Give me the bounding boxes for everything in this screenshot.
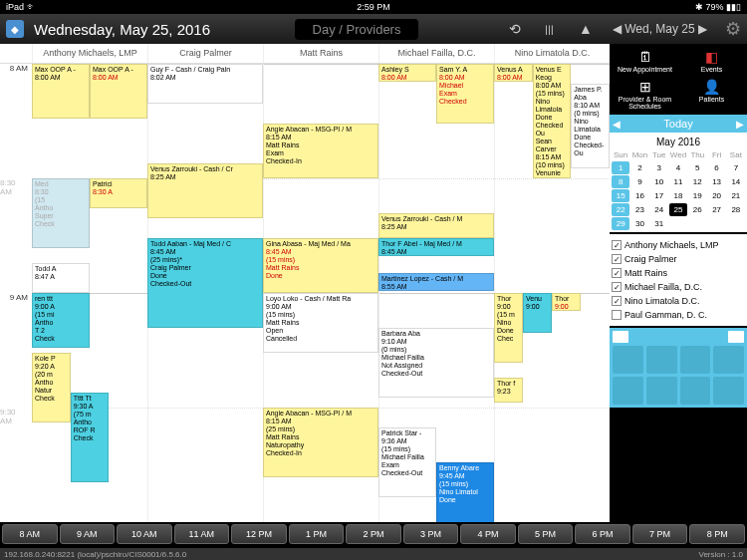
alert-icon[interactable]: ▲ — [579, 21, 593, 37]
appointment-block[interactable]: Med8:30(15AnthoSuperCheck — [32, 178, 90, 248]
settings-icon[interactable]: ⚙ — [725, 18, 741, 40]
room-cell[interactable] — [646, 346, 677, 374]
calendar-day[interactable]: 29 — [612, 217, 629, 230]
appointment-block[interactable]: Venus A8:00 AM — [494, 64, 533, 82]
appointment-block[interactable]: Sam Y. A8:00 AMMichaelExamChecked — [436, 64, 494, 124]
appointment-block[interactable]: Max OOP A -8:00 AM — [90, 64, 147, 119]
appointment-block[interactable]: Thor9:00(15 mNinoDoneChec — [494, 293, 523, 363]
time-jump-button[interactable]: 12 PM — [231, 524, 287, 544]
calendar-day[interactable]: 6 — [707, 161, 725, 174]
provider-filter-list[interactable]: ✓Anthony Michaels, LMP✓Craig Palmer✓Matt… — [610, 234, 747, 326]
time-jump-button[interactable]: 7 PM — [632, 524, 688, 544]
appointment-block[interactable]: Kole P9:20 A(20 mAnthoNaturCheck — [32, 353, 71, 422]
checkbox-icon[interactable]: ✓ — [612, 296, 622, 306]
view-mode-selector[interactable]: Day / Providers — [295, 19, 419, 40]
appointment-block[interactable]: Venus E Keog8:00 AM(15 mins)Nino Limatol… — [533, 64, 572, 178]
provider-column-header[interactable]: Nino Limatola D.C. — [494, 44, 610, 63]
calendar-day[interactable]: 15 — [612, 189, 629, 202]
schedule-grid[interactable]: Anthony Michaels, LMPCraig PalmerMatt Ra… — [0, 44, 610, 532]
cal-next-icon[interactable]: ▶ — [736, 119, 744, 130]
room-cell[interactable] — [613, 377, 643, 405]
calendar-day[interactable]: 25 — [669, 203, 687, 216]
checkbox-icon[interactable] — [612, 310, 622, 320]
appointment-block[interactable]: Todd Aaban - Maj Med / C8:45 AM(25 mins)… — [147, 238, 263, 328]
appointment-block[interactable]: Loyo Loko - Cash / Matt Ra9:00 AM(15 min… — [263, 293, 378, 353]
time-jump-button[interactable]: 8 PM — [689, 524, 745, 544]
calendar-day[interactable]: 16 — [630, 189, 648, 202]
mini-calendar[interactable]: May 2016 SunMonTueWedThuFriSat1234567891… — [610, 133, 747, 232]
provider-filter-item[interactable]: ✓Michael Failla, D.C. — [612, 280, 745, 294]
checkbox-icon[interactable]: ✓ — [612, 240, 622, 250]
appointment-block[interactable]: Tttt Tt9:30 A(75 mAnthoROF RCheck — [71, 393, 110, 482]
room-panel[interactable] — [610, 328, 747, 408]
calendar-day[interactable]: 23 — [630, 203, 648, 216]
calendar-day[interactable]: 27 — [707, 203, 725, 216]
calendar-day[interactable]: 22 — [612, 203, 629, 216]
cal-prev-icon[interactable]: ◀ — [613, 119, 621, 130]
appointment-block[interactable]: Martinez Lopez - Cash / M8:55 AM — [378, 273, 494, 291]
calendar-day[interactable]: 3 — [650, 161, 668, 174]
appointment-block[interactable]: Venus Zarrouki - Cash / Cr8:25 AM — [147, 163, 263, 218]
appointment-block[interactable]: Patrick Star -9:36 AM(15 mins)Michael Fa… — [378, 427, 436, 497]
provider-filter-item[interactable]: ✓Matt Rains — [612, 266, 745, 280]
calendar-day[interactable]: 21 — [727, 189, 745, 202]
time-jump-button[interactable]: 9 AM — [60, 524, 116, 544]
appointment-block[interactable]: Ashley S8:00 AM — [378, 64, 436, 82]
side-action-button[interactable]: ◧Events — [678, 46, 745, 76]
calendar-day[interactable]: 2 — [630, 161, 648, 174]
calendar-day[interactable]: 18 — [669, 189, 687, 202]
appointment-block[interactable]: James P. Aba8:10 AM(0 mins)Nino Limatola… — [571, 84, 610, 168]
room-cell[interactable] — [680, 377, 711, 405]
provider-filter-item[interactable]: ✓Craig Palmer — [612, 252, 745, 266]
calendar-day[interactable]: 12 — [688, 175, 706, 188]
time-jump-button[interactable]: 6 PM — [575, 524, 630, 544]
provider-column-header[interactable]: Craig Palmer — [147, 44, 263, 63]
room-cell[interactable] — [646, 377, 677, 405]
appointment-block[interactable]: Venu9:00 — [523, 293, 552, 333]
time-jump-bar[interactable]: 8 AM9 AM10 AM11 AM12 PM1 PM2 PM3 PM4 PM5… — [0, 522, 747, 546]
side-action-button[interactable]: ⊞Provider & Room Schedules — [612, 76, 678, 113]
appointment-block[interactable]: Thor f9:23 — [494, 378, 523, 403]
calendar-day[interactable]: 9 — [630, 175, 648, 188]
appointment-area[interactable]: Max OOP A -8:00 AMMax OOP A -8:00 AMMed8… — [32, 64, 610, 532]
stats-icon[interactable]: ⫼ — [543, 21, 557, 37]
side-action-button[interactable]: 🗓New Appointment — [612, 46, 678, 76]
time-jump-button[interactable]: 2 PM — [346, 524, 401, 544]
calendar-day[interactable]: 5 — [688, 161, 706, 174]
appointment-block[interactable]: ren ttt9:00 A(15 miAnthoT 2Check — [32, 293, 90, 348]
calendar-day[interactable]: 17 — [650, 189, 668, 202]
time-jump-button[interactable]: 5 PM — [518, 524, 574, 544]
calendar-day[interactable]: 8 — [612, 175, 629, 188]
appointment-block[interactable]: Angie Abacan - MSG-PI / M8:15 AMMatt Rai… — [263, 124, 378, 178]
provider-column-header[interactable]: Matt Rains — [263, 44, 378, 63]
appointment-block[interactable]: Thor9:00 — [552, 293, 581, 311]
appointment-block[interactable]: Guy F - Cash / Craig Paln8:02 AM — [147, 64, 263, 104]
room-cell[interactable] — [613, 346, 643, 374]
appointment-block[interactable]: Patrici8:30 A — [90, 178, 147, 208]
checkbox-icon[interactable]: ✓ — [612, 282, 622, 292]
today-bar[interactable]: ◀ Today ▶ — [610, 115, 747, 133]
calendar-day[interactable]: 14 — [727, 175, 745, 188]
checkbox-icon[interactable]: ✓ — [612, 254, 622, 264]
calendar-day[interactable]: 31 — [650, 217, 668, 230]
room-cell[interactable] — [713, 377, 744, 405]
room-cell[interactable] — [680, 346, 711, 374]
calendar-day[interactable]: 13 — [707, 175, 725, 188]
header-date-short[interactable]: ◀ Wed, May 25 ▶ — [613, 22, 707, 36]
side-action-button[interactable]: 👤Patients — [678, 76, 745, 113]
time-jump-button[interactable]: 8 AM — [2, 524, 58, 544]
time-jump-button[interactable]: 10 AM — [117, 524, 172, 544]
appointment-block[interactable]: Thor F Abel - Maj Med / M8:45 AM — [378, 238, 494, 256]
appointment-block[interactable]: Angie Abacan - MSG-PI / M8:15 AM(25 mins… — [263, 408, 378, 477]
calendar-day[interactable]: 11 — [669, 175, 687, 188]
checkbox-icon[interactable]: ✓ — [612, 268, 622, 278]
calendar-day[interactable]: 24 — [650, 203, 668, 216]
calendar-day[interactable]: 19 — [688, 189, 706, 202]
provider-filter-item[interactable]: Paul Gamman, D. C. — [612, 308, 745, 322]
provider-filter-item[interactable]: ✓Anthony Michaels, LMP — [612, 238, 745, 252]
refresh-icon[interactable]: ⟲ — [509, 21, 521, 37]
room-cell[interactable] — [713, 346, 744, 374]
appointment-block[interactable]: Todd A8:47 A — [32, 263, 90, 293]
provider-filter-item[interactable]: ✓Nino Limatola D.C. — [612, 294, 745, 308]
provider-column-header[interactable]: Michael Failla, D.C. — [378, 44, 494, 63]
